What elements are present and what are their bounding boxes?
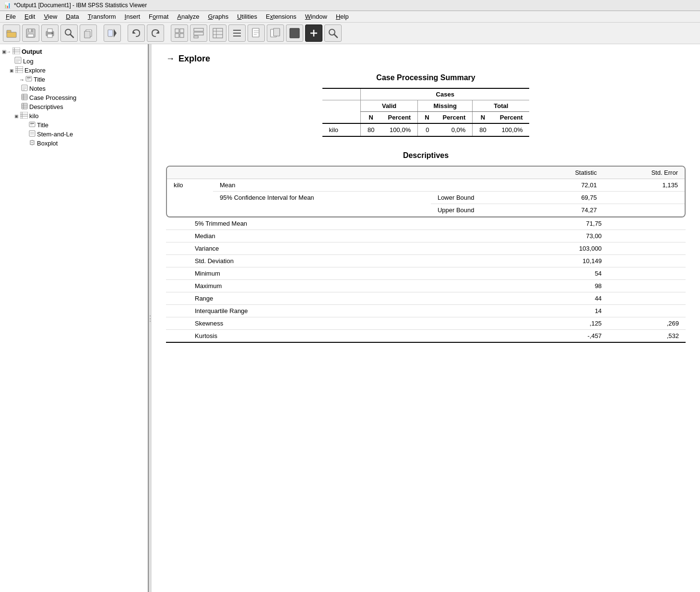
case-processing-row-kilo: kilo 80 100,0% 0 0,0% 80 100,0% xyxy=(322,123,530,136)
menu-data[interactable]: Data xyxy=(62,12,83,21)
tree-kilo[interactable]: ▣ kilo xyxy=(0,111,148,121)
other-row-label-7: Interquartile Range xyxy=(166,305,500,317)
menu-view[interactable]: View xyxy=(40,12,61,21)
doc2-button[interactable] xyxy=(267,24,284,42)
arrow-title1-icon: → xyxy=(19,77,24,83)
tree-descriptives[interactable]: Descriptives xyxy=(0,102,148,111)
explore-title: Explore xyxy=(178,54,210,64)
menu-edit[interactable]: Edit xyxy=(21,12,39,21)
n1-header: N xyxy=(361,112,381,124)
kilo-row-label: kilo xyxy=(322,123,361,136)
cases-header: Cases xyxy=(361,88,530,100)
tree-explore[interactable]: ▣ Explore xyxy=(0,66,148,75)
insert3-button[interactable] xyxy=(209,24,226,42)
print-button[interactable] xyxy=(41,24,59,42)
svg-line-11 xyxy=(71,35,74,38)
other-row-stderr-3 xyxy=(608,255,686,267)
svg-rect-23 xyxy=(194,32,203,35)
menu-help[interactable]: Help xyxy=(332,12,353,21)
other-row-label-2: Variance xyxy=(166,242,500,255)
svg-rect-8 xyxy=(47,34,52,37)
kilo-group-label: kilo xyxy=(167,179,213,217)
kilo-total-pct: 100,0% xyxy=(493,123,530,136)
menu-format[interactable]: Format xyxy=(145,12,172,21)
title-bar: 📊 *Output1 [Document1] - IBM SPSS Statis… xyxy=(0,0,700,11)
descriptives-title: Descriptives xyxy=(166,151,686,160)
desc-row-ci-lower: 95% Confidence Interval for Mean Lower B… xyxy=(167,192,685,204)
copy-button[interactable] xyxy=(80,24,97,42)
insert1-button[interactable] xyxy=(171,24,188,42)
desc-row-8: Skewness ,125 ,269 xyxy=(166,317,686,330)
menu-insert[interactable]: Insert xyxy=(121,12,144,21)
tree-log[interactable]: Log xyxy=(0,56,148,66)
descriptives-boxed: Statistic Std. Error kilo Mean 72,01 1,1… xyxy=(166,166,686,217)
menu-utilities[interactable]: Utilities xyxy=(233,12,261,21)
tree-title1[interactable]: → Title xyxy=(0,75,148,84)
svg-rect-63 xyxy=(22,94,27,100)
other-row-stderr-5 xyxy=(608,280,686,292)
desc-row-5: Maximum 98 xyxy=(166,280,686,292)
menu-transform[interactable]: Transform xyxy=(84,12,120,21)
window-title: *Output1 [Document1] - IBM SPSS Statisti… xyxy=(14,2,147,9)
tree-explore-icon xyxy=(15,66,23,74)
tree-log-label: Log xyxy=(23,58,34,65)
find-button[interactable] xyxy=(60,24,78,42)
svg-rect-19 xyxy=(180,29,184,33)
collapse-explore-icon: ▣ xyxy=(10,68,14,73)
desc-row-1: Median 73,00 xyxy=(166,230,686,242)
list-button[interactable] xyxy=(228,24,246,42)
pct3-header: Percent xyxy=(493,112,530,124)
svg-rect-22 xyxy=(194,28,203,31)
zoom-button[interactable] xyxy=(324,24,342,42)
tree-case-icon xyxy=(21,94,28,102)
svg-rect-4 xyxy=(28,34,34,37)
export-button[interactable] xyxy=(104,24,121,42)
tree-kilo-label: kilo xyxy=(29,112,39,120)
tree-boxplot[interactable]: Boxplot xyxy=(0,139,148,148)
redo-button[interactable] xyxy=(147,24,164,42)
collapse-kilo-icon: ▣ xyxy=(14,114,19,119)
stderr-col-header: Std. Error xyxy=(604,167,685,179)
tree-stem[interactable]: Stem-and-Le xyxy=(0,130,148,139)
add-button[interactable] xyxy=(305,24,322,42)
tree-case-processing[interactable]: Case Processing xyxy=(0,93,148,102)
undo-button[interactable] xyxy=(128,24,145,42)
ci-label: 95% Confidence Interval for Mean xyxy=(213,192,431,217)
save-button[interactable] xyxy=(22,24,39,42)
tree-stem-label: Stem-and-Le xyxy=(37,131,73,138)
doc-button[interactable] xyxy=(248,24,265,42)
svg-point-9 xyxy=(52,33,53,34)
desc-row-0: 5% Trimmed Mean 71,75 xyxy=(166,217,686,230)
svg-rect-24 xyxy=(194,36,198,38)
other-row-stat-7: 14 xyxy=(500,305,608,317)
svg-rect-67 xyxy=(22,103,27,109)
other-row-stat-2: 103,000 xyxy=(500,242,608,255)
toolbar xyxy=(0,23,700,44)
tree-output[interactable]: ▣→ Output xyxy=(0,47,148,56)
svg-rect-13 xyxy=(84,31,90,38)
open-button[interactable] xyxy=(3,24,20,42)
mean-stderr: 1,135 xyxy=(604,179,685,192)
other-row-stat-5: 98 xyxy=(500,280,608,292)
menu-analyze[interactable]: Analyze xyxy=(173,12,203,21)
n2-header: N xyxy=(418,112,436,124)
view1-button[interactable] xyxy=(286,24,303,42)
tree-title2[interactable]: Title xyxy=(0,121,148,130)
descriptives-section: Descriptives Statistic Std. Error kilo xyxy=(166,151,686,343)
lower-bound-label: Lower Bound xyxy=(431,192,532,204)
svg-rect-44 xyxy=(12,48,20,54)
other-row-stderr-6 xyxy=(608,292,686,305)
insert2-button[interactable] xyxy=(190,24,207,42)
tree-desc-icon xyxy=(21,103,28,111)
tree-kilo-icon xyxy=(20,112,28,120)
main-area: ▣→ Output Log ▣ Explore → Title xyxy=(0,44,700,592)
menu-graphs[interactable]: Graphs xyxy=(204,12,233,21)
svg-line-43 xyxy=(334,35,338,38)
tree-notes[interactable]: Notes xyxy=(0,84,148,93)
kilo-valid-n: 80 xyxy=(361,123,381,136)
total-header: Total xyxy=(473,100,530,112)
menu-window[interactable]: Window xyxy=(301,12,331,21)
lower-bound-stderr xyxy=(604,192,685,204)
menu-file[interactable]: File xyxy=(2,12,20,21)
menu-extensions[interactable]: Extensions xyxy=(262,12,300,21)
